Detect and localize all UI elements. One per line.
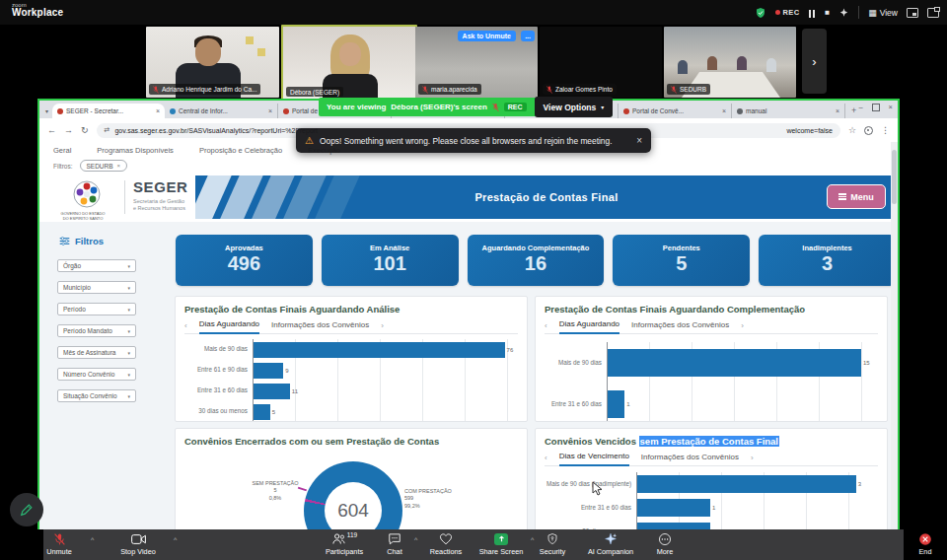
bar[interactable] xyxy=(254,363,283,379)
video-tile-maria[interactable]: Ask to Unmute ... maria.aparecida xyxy=(415,27,538,98)
tab-search-icon[interactable]: ▾ xyxy=(45,107,48,114)
tab-close-icon[interactable]: × xyxy=(722,107,726,114)
bar[interactable] xyxy=(637,499,710,517)
ai-sparkle-icon[interactable] xyxy=(838,7,849,18)
filter-dropdown-periodo[interactable]: Período▾ xyxy=(57,303,136,315)
security-button[interactable]: Security xyxy=(529,531,576,556)
tab-informacoes-convenios[interactable]: Informações dos Convênios xyxy=(271,318,369,333)
bar[interactable] xyxy=(637,475,856,493)
view-options-button[interactable]: View Options ▾ xyxy=(535,97,614,117)
kpi-card-aguardando-complementacao[interactable]: Aguardando Complementação16 xyxy=(468,235,605,286)
tab-close-icon[interactable]: × xyxy=(156,107,160,114)
tab-dias-aguardando[interactable]: Dias Aguardando xyxy=(559,317,619,334)
tab-close-icon[interactable]: × xyxy=(836,107,839,114)
exit-fullscreen-icon[interactable] xyxy=(927,8,939,18)
view-button[interactable]: ▦ View xyxy=(868,8,898,18)
tab-close-icon[interactable]: × xyxy=(268,107,272,114)
unmute-button[interactable]: Unmute xyxy=(36,531,83,556)
filter-dropdown-numero-convenio[interactable]: Número Convênio▾ xyxy=(57,368,136,381)
security-shield-icon xyxy=(546,532,558,545)
chevron-down-icon: ▾ xyxy=(127,307,130,313)
kpi-card-em-analise[interactable]: Em Análise101 xyxy=(322,235,459,286)
chat-button[interactable]: Chat xyxy=(377,531,412,556)
nav-item-proposicao[interactable]: Proposição e Celebração xyxy=(199,146,282,155)
next-participants-arrow-button[interactable]: › xyxy=(802,29,827,94)
menu-button[interactable]: Menu xyxy=(827,184,886,209)
bar[interactable] xyxy=(608,390,624,418)
annotate-button[interactable] xyxy=(10,493,43,526)
viewing-subject: Débora (SEGER)'s screen xyxy=(391,103,487,111)
chart-tab-row: ‹ Dias de Vencimento Informações dos Con… xyxy=(545,451,878,466)
chevron-left-icon[interactable]: ‹ xyxy=(545,454,547,462)
nav-item-geral[interactable]: Geral xyxy=(53,146,71,155)
end-meeting-button[interactable]: End xyxy=(906,531,945,556)
bar[interactable] xyxy=(254,384,290,399)
donut-label-com-prestacao: COM PRESTAÇÃO 599 99,2% xyxy=(404,488,466,510)
tab-informacoes-convenios[interactable]: Informações dos Convênios xyxy=(641,451,739,465)
tab-informacoes-convenios[interactable]: Informações dos Convênios xyxy=(631,318,729,333)
site-info-icon[interactable]: ⇄ xyxy=(105,126,110,134)
minimize-icon[interactable]: – xyxy=(858,103,862,111)
forward-icon[interactable]: → xyxy=(64,125,73,135)
back-icon[interactable]: ← xyxy=(47,125,56,135)
kpi-card-aprovadas[interactable]: Aprovadas496 xyxy=(176,235,313,286)
browser-scrollbar[interactable] xyxy=(891,142,898,535)
close-window-icon[interactable]: × xyxy=(889,103,893,111)
ai-companion-button[interactable]: AI Companion xyxy=(578,531,643,556)
share-screen-button[interactable]: Share Screen xyxy=(472,531,531,556)
filter-dropdown-situacao-convenio[interactable]: Situação Convênio▾ xyxy=(57,389,136,402)
video-options-caret[interactable]: ^ xyxy=(174,536,177,543)
reactions-button[interactable]: Reactions xyxy=(422,531,470,556)
toast-close-icon[interactable]: × xyxy=(636,135,642,146)
ask-to-unmute-button[interactable]: Ask to Unmute xyxy=(458,31,516,41)
scrollbar-thumb[interactable] xyxy=(892,150,897,204)
bookmark-star-icon[interactable]: ☆ xyxy=(848,125,856,135)
video-tile-zaloar[interactable]: Zaloar Gomes Pinto xyxy=(540,27,662,98)
video-tile-debora-active-speaker[interactable]: Débora (SEGER) xyxy=(281,25,417,102)
chevron-left-icon[interactable]: ‹ xyxy=(545,321,547,330)
filter-dropdown-orgao[interactable]: Órgão▾ xyxy=(57,259,136,272)
new-tab-button[interactable]: + xyxy=(851,105,856,115)
filter-dropdown-municipio[interactable]: Município▾ xyxy=(57,281,136,294)
minimize-window-icon[interactable] xyxy=(907,8,918,18)
maximize-icon[interactable] xyxy=(872,104,880,111)
kpi-card-pendentes[interactable]: Pendentes5 xyxy=(613,235,750,286)
filter-chip-sedurb[interactable]: SEDURB × xyxy=(80,160,128,172)
chat-bubble-icon xyxy=(388,532,401,545)
pause-recording-icon[interactable] xyxy=(808,4,816,22)
browser-tab[interactable]: Central de Infor...× xyxy=(165,104,278,118)
stop-recording-icon[interactable]: ■ xyxy=(825,8,830,17)
chevron-left-icon[interactable]: ‹ xyxy=(184,321,187,330)
participant-name: Débora (SEGER) xyxy=(290,89,339,96)
profile-icon[interactable] xyxy=(864,126,873,135)
kpi-card-inadimplentes[interactable]: Inadimplentes3 xyxy=(759,235,896,286)
video-tile-adriano[interactable]: Adriano Henrique Jardim do Ca... xyxy=(146,27,279,98)
participants-button[interactable]: 119 Participants xyxy=(314,531,375,556)
tile-more-button[interactable]: ... xyxy=(521,31,535,41)
chevron-right-icon[interactable]: › xyxy=(741,321,744,330)
browser-tab[interactable]: manual× xyxy=(732,104,845,118)
bar[interactable] xyxy=(254,342,505,358)
chat-options-caret[interactable]: ^ xyxy=(414,536,417,543)
filter-dropdown-mes-assinatura[interactable]: Mês de Assinatura▾ xyxy=(57,346,136,359)
chevron-right-icon[interactable]: › xyxy=(751,454,754,462)
bar[interactable] xyxy=(254,404,270,420)
tab-dias-aguardando[interactable]: Dias Aguardando xyxy=(199,317,259,334)
stop-video-button[interactable]: Stop Video xyxy=(110,531,166,556)
bar-row: Mais de 90 dias15 xyxy=(545,342,878,384)
tab-dias-vencimento[interactable]: Dias de Vencimento xyxy=(559,450,629,466)
browser-menu-icon[interactable]: ⋮ xyxy=(881,125,890,135)
hbar-plot: Mais de 90 dias76Entre 61 e 90 dias9Entr… xyxy=(184,339,518,422)
browser-tab[interactable]: Portal de Convê...× xyxy=(619,104,732,118)
bar-row: Entre 31 e 60 dias1 xyxy=(545,384,878,422)
video-tile-sedurb[interactable]: SEDURB xyxy=(664,27,796,98)
bar[interactable] xyxy=(608,349,861,377)
more-button[interactable]: More xyxy=(645,531,685,556)
remove-filter-icon[interactable]: × xyxy=(117,163,121,169)
filter-dropdown-periodo-mandato[interactable]: Período Mandato▾ xyxy=(57,324,136,337)
browser-tab[interactable]: SEGER - Secretar...× xyxy=(52,104,165,118)
nav-item-programas[interactable]: Programas Disponíveis xyxy=(97,146,174,155)
chevron-right-icon[interactable]: › xyxy=(381,321,384,330)
audio-options-caret[interactable]: ^ xyxy=(91,536,94,543)
reload-icon[interactable]: ↻ xyxy=(81,125,89,135)
